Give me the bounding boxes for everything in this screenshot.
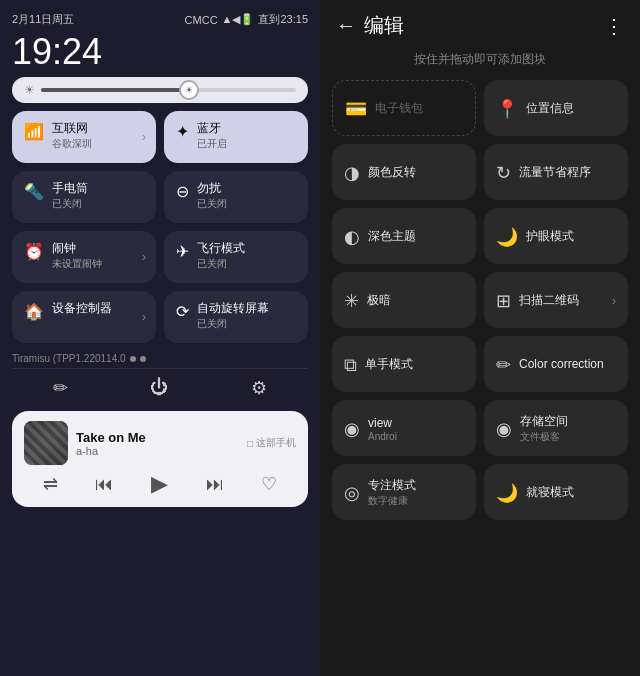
tile-internet-content: 互联网 谷歌深圳 [52, 121, 144, 150]
edit-icon[interactable]: ✏ [53, 377, 68, 399]
bedtime-icon: 🌙 [496, 482, 518, 504]
edit-tile-invert[interactable]: ◑ 颜色反转 [332, 144, 476, 200]
media-art-bg [24, 421, 68, 465]
brightness-slider[interactable]: ☀ ☀ [12, 77, 308, 103]
edit-tile-focus-content: 专注模式 数字健康 [368, 478, 464, 508]
edit-tile-darktheme-content: 深色主题 [368, 229, 464, 245]
edit-tile-wallet[interactable]: 💳 电子钱包 [332, 80, 476, 136]
phone-icon: □ [247, 438, 253, 449]
hint-text: 按住并拖动即可添加图块 [320, 47, 640, 76]
review-icon: ◉ [344, 418, 360, 440]
like-button[interactable]: ♡ [261, 473, 277, 495]
edit-tile-datasaver-content: 流量节省程序 [519, 165, 616, 181]
brightness-sun-icon: ☀ [185, 85, 193, 95]
next-button[interactable]: ⏭ [206, 474, 224, 495]
qrscan-icon: ⊞ [496, 290, 511, 312]
status-date: 2月11日周五 [12, 12, 74, 27]
tile-rotation-title: 自动旋转屏幕 [197, 301, 296, 317]
tile-dnd-sub: 已关闭 [197, 197, 296, 210]
back-button[interactable]: ← [336, 14, 356, 37]
prev-button[interactable]: ⏮ [95, 474, 113, 495]
brightness-thumb[interactable]: ☀ [179, 80, 199, 100]
device-text: 这部手机 [256, 436, 296, 450]
rotation-icon: ⟳ [176, 302, 189, 321]
eyecomfort-icon: 🌙 [496, 226, 518, 248]
quick-tiles-grid: 📶 互联网 谷歌深圳 › ✦ 蓝牙 已开启 🔦 手电筒 已关闭 ⊖ [12, 111, 308, 343]
edit-tile-datasaver-title: 流量节省程序 [519, 165, 616, 181]
edit-tile-storage-content: 存储空间 文件极客 [520, 414, 616, 444]
edit-tile-colorcorrect-title: Color correction [519, 357, 616, 373]
tile-device-ctrl[interactable]: 🏠 设备控制器 › [12, 291, 156, 343]
tile-rotation[interactable]: ⟳ 自动旋转屏幕 已关闭 [164, 291, 308, 343]
edit-tile-extreme[interactable]: ✳ 极暗 [332, 272, 476, 328]
tile-airplane[interactable]: ✈ 飞行模式 已关闭 [164, 231, 308, 283]
edit-grid: 💳 电子钱包 📍 位置信息 ◑ 颜色反转 ↻ 流量节省程序 [320, 76, 640, 524]
brightness-track: ☀ [41, 88, 296, 92]
tile-alarm[interactable]: ⏰ 闹钟 未设置闹钟 › [12, 231, 156, 283]
edit-tile-location[interactable]: 📍 位置信息 [484, 80, 628, 136]
edit-tile-datasaver[interactable]: ↻ 流量节省程序 [484, 144, 628, 200]
edit-tile-storage-sub: 文件极客 [520, 430, 616, 444]
build-text: Tiramisu (TPP1.220114.0 [12, 353, 126, 364]
tile-dnd[interactable]: ⊖ 勿扰 已关闭 [164, 171, 308, 223]
clock-display: 19:24 [12, 31, 308, 73]
media-title: Take on Me [76, 430, 239, 445]
edit-tile-storage[interactable]: ◉ 存储空间 文件极客 [484, 400, 628, 456]
edit-tile-extreme-content: 极暗 [367, 293, 464, 309]
tile-flashlight-title: 手电筒 [52, 181, 144, 197]
edit-tile-darktheme-title: 深色主题 [368, 229, 464, 245]
edit-tile-darktheme[interactable]: ◐ 深色主题 [332, 208, 476, 264]
tile-rotation-content: 自动旋转屏幕 已关闭 [197, 301, 296, 330]
tile-device-ctrl-arrow: › [142, 310, 146, 324]
tile-flashlight-content: 手电筒 已关闭 [52, 181, 144, 210]
power-icon[interactable]: ⏻ [150, 377, 168, 399]
edit-tile-qrscan[interactable]: ⊞ 扫描二维码 › [484, 272, 628, 328]
edit-tile-bedtime-title: 就寝模式 [526, 485, 616, 501]
media-top: Take on Me a-ha □ 这部手机 [24, 421, 296, 465]
more-button[interactable]: ⋮ [604, 14, 624, 38]
edit-tile-eyecomfort[interactable]: 🌙 护眼模式 [484, 208, 628, 264]
settings-icon[interactable]: ⚙ [251, 377, 267, 399]
signal-icons: ▲◀🔋 [222, 13, 255, 26]
shuffle-button[interactable]: ⇌ [43, 473, 58, 495]
edit-tile-location-title: 位置信息 [526, 101, 616, 117]
carrier-label: CMCC [185, 14, 218, 26]
media-artist: a-ha [76, 445, 239, 457]
tile-flashlight[interactable]: 🔦 手电筒 已关闭 [12, 171, 156, 223]
colorcorrect-icon: ✏ [496, 354, 511, 376]
edit-tile-colorcorrect[interactable]: ✏ Color correction [484, 336, 628, 392]
tile-bluetooth-content: 蓝牙 已开启 [197, 121, 296, 150]
tile-internet-sub: 谷歌深圳 [52, 137, 144, 150]
bottom-icons-bar: ✏ ⏻ ⚙ [12, 368, 308, 407]
tile-dnd-content: 勿扰 已关闭 [197, 181, 296, 210]
tile-rotation-sub: 已关闭 [197, 317, 296, 330]
media-card: Take on Me a-ha □ 这部手机 ⇌ ⏮ ▶ ⏭ ♡ [12, 411, 308, 507]
edit-tile-focus-title: 专注模式 [368, 478, 464, 494]
tile-internet[interactable]: 📶 互联网 谷歌深圳 › [12, 111, 156, 163]
tile-bluetooth-sub: 已开启 [197, 137, 296, 150]
time-until: 直到23:15 [258, 12, 308, 27]
media-controls: ⇌ ⏮ ▶ ⏭ ♡ [24, 471, 296, 497]
tile-device-ctrl-content: 设备控制器 [52, 301, 144, 317]
status-bar: 2月11日周五 CMCC ▲◀🔋 直到23:15 [12, 8, 308, 29]
edit-tile-extreme-title: 极暗 [367, 293, 464, 309]
play-button[interactable]: ▶ [151, 471, 168, 497]
focus-icon: ◎ [344, 482, 360, 504]
edit-tile-onehand[interactable]: ⧉ 单手模式 [332, 336, 476, 392]
edit-tile-onehand-content: 单手模式 [365, 357, 464, 373]
edit-tile-bedtime[interactable]: 🌙 就寝模式 [484, 464, 628, 520]
edit-tile-qrscan-content: 扫描二维码 [519, 293, 604, 309]
right-panel-title: 编辑 [364, 12, 596, 39]
edit-tile-review-content: view Androi [368, 416, 464, 443]
edit-tile-colorcorrect-content: Color correction [519, 357, 616, 373]
edit-tile-focus[interactable]: ◎ 专注模式 数字健康 [332, 464, 476, 520]
wifi-icon: 📶 [24, 122, 44, 141]
tile-bluetooth[interactable]: ✦ 蓝牙 已开启 [164, 111, 308, 163]
edit-tile-wallet-content: 电子钱包 [375, 101, 463, 117]
airplane-icon: ✈ [176, 242, 189, 261]
bluetooth-icon: ✦ [176, 122, 189, 141]
edit-tile-review[interactable]: ◉ view Androi [332, 400, 476, 456]
tile-dnd-title: 勿扰 [197, 181, 296, 197]
tile-internet-arrow: › [142, 130, 146, 144]
tile-airplane-title: 飞行模式 [197, 241, 296, 257]
